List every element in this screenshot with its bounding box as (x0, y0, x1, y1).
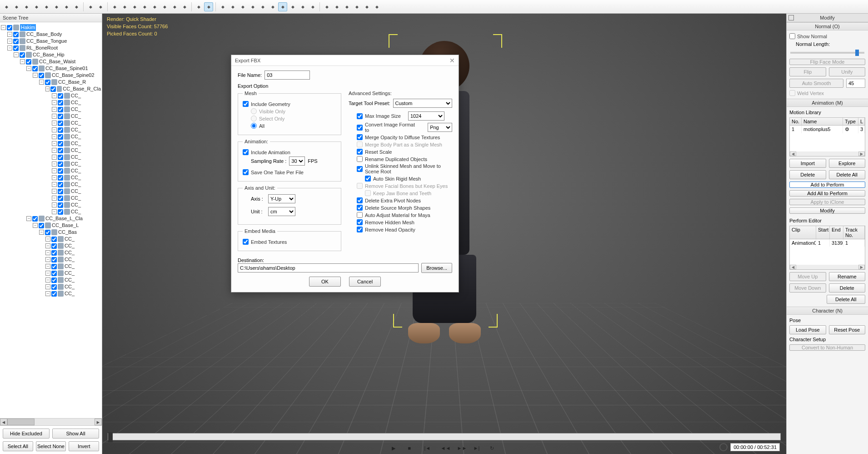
tree-node[interactable]: −CC_Base_Hip (1, 51, 101, 58)
wrench-icon[interactable]: ◆ (332, 2, 341, 11)
import1-icon[interactable]: ◆ (32, 2, 41, 11)
show-all-button[interactable]: Show All (52, 429, 99, 439)
tree-node[interactable]: −CC_Base_L_Cla (1, 215, 101, 222)
include-animation-checkbox[interactable]: Include Animation (243, 149, 336, 155)
character-section-header[interactable]: Character (N) (787, 307, 868, 315)
open-icon[interactable]: ◆ (12, 2, 21, 11)
filename-input[interactable] (264, 71, 310, 80)
tree-node[interactable]: −CC_ (1, 270, 101, 277)
museum-icon[interactable]: ◆ (308, 2, 317, 11)
tree-node[interactable]: −CC_ (1, 113, 101, 120)
down-icon[interactable]: ◆ (120, 2, 129, 11)
normal-length-slider[interactable] (790, 52, 864, 54)
redo-icon[interactable]: ◆ (96, 2, 105, 11)
perform-editor-table[interactable]: ClipStartEndTrack No. Animation03131391 … (789, 226, 865, 270)
delete-button[interactable]: Delete (789, 170, 826, 179)
close-icon[interactable]: ✕ (449, 57, 455, 64)
max-image-select[interactable]: 1024 (408, 111, 444, 121)
import3-icon[interactable]: ◆ (52, 2, 61, 11)
tree-node[interactable]: −CC_ (1, 277, 101, 283)
weld-vertex-checkbox[interactable]: Weld Vertex (789, 90, 865, 96)
tree-node[interactable]: −RL_BoneRoot (1, 45, 101, 51)
prev-frame-icon[interactable]: |◄ (424, 445, 432, 453)
tree-node[interactable]: −CC_ (1, 161, 101, 167)
cancel-button[interactable]: Cancel (349, 277, 381, 287)
bone-a-icon[interactable]: ◆ (218, 2, 227, 11)
tree-node[interactable]: −CC_ (1, 133, 101, 140)
delete-all-button[interactable]: Delete All (829, 170, 866, 179)
max-image-checkbox[interactable]: Max Image Size 1024 (357, 111, 452, 121)
remove-hidden-checkbox[interactable]: Remove Hidden Mesh (357, 219, 452, 225)
tree-node[interactable]: −CC_ (1, 174, 101, 181)
tree-node[interactable]: −CC_ (1, 181, 101, 188)
refresh-icon[interactable]: ◆ (170, 2, 179, 11)
tree-node[interactable]: −CC_Base_Tongue (1, 38, 101, 45)
select-rect-icon[interactable]: ◆ (180, 2, 189, 11)
stop-icon[interactable]: ■ (408, 445, 415, 453)
undo-icon[interactable]: ◆ (86, 2, 95, 11)
scroll-left-icon[interactable]: ◄ (0, 419, 7, 425)
add-all-perform-button[interactable]: Add All to Perform (789, 190, 865, 197)
tree-node[interactable]: −CC_ (1, 106, 101, 113)
home-icon[interactable]: ◆ (110, 2, 119, 11)
merge-opacity-checkbox[interactable]: Merge Opacity to Diffuse Textures (357, 134, 452, 140)
tree-icon[interactable]: ◆ (2, 2, 11, 11)
collapse-icon[interactable] (788, 15, 794, 20)
embed-textures-checkbox[interactable]: Embed Textures (243, 239, 336, 245)
scale-icon[interactable]: ◆ (150, 2, 159, 11)
move-icon[interactable]: ◆ (130, 2, 139, 11)
transform-icon[interactable]: ◆ (160, 2, 169, 11)
light-icon[interactable]: ◆ (288, 2, 297, 11)
loop-icon[interactable]: ↻ (490, 445, 497, 453)
playhead[interactable] (108, 432, 113, 442)
sun-icon[interactable]: ◆ (298, 2, 307, 11)
tree-node[interactable]: −CC_ (1, 126, 101, 133)
nav-icon[interactable]: ◆ (278, 2, 287, 11)
skel-icon[interactable]: ◆ (258, 2, 267, 11)
delete-morph-checkbox[interactable]: Delete Source Morph Shapes (357, 205, 452, 211)
import2-icon[interactable]: ◆ (42, 2, 51, 11)
normal-section-header[interactable]: Normal (O) (787, 22, 868, 30)
target-preset-select[interactable]: Custom (393, 99, 452, 108)
play-icon[interactable]: ▶ (392, 445, 399, 453)
rewind-icon[interactable]: ◄◄ (441, 445, 448, 453)
rotate-icon[interactable]: ◆ (140, 2, 149, 11)
scroll-right-icon[interactable]: ► (95, 419, 102, 425)
destination-input[interactable] (238, 263, 419, 272)
tree-node[interactable]: −CC_ (1, 263, 101, 270)
delete-pivot-checkbox[interactable]: Delete Extra Pivot Nodes (357, 197, 452, 203)
tree-node[interactable]: −CC_ (1, 92, 101, 99)
export-icon[interactable]: ◆ (62, 2, 71, 11)
tree-node[interactable]: −CC_ (1, 256, 101, 263)
tree-node[interactable]: −CC_Base_Spine02 (1, 72, 101, 79)
modify-button[interactable]: Modify (789, 207, 865, 214)
tree-node[interactable]: −CC_ (1, 202, 101, 208)
show-normal-checkbox[interactable]: Show Normal (789, 33, 865, 39)
save-one-take-checkbox[interactable]: Save One Take Per File (243, 169, 336, 175)
joint-icon[interactable]: ◆ (248, 2, 257, 11)
cart-icon[interactable]: ◆ (372, 2, 381, 11)
add-to-perform-button[interactable]: Add to Perform (789, 182, 865, 188)
convert-img-select[interactable]: Png (428, 123, 452, 132)
include-geometry-checkbox[interactable]: Include Geometry (243, 101, 336, 107)
scroll-thumb[interactable] (7, 419, 35, 425)
tree-node[interactable]: −CC_ (1, 242, 101, 249)
tree-node[interactable]: −CC_ (1, 283, 101, 290)
remove-head-opacity-checkbox[interactable]: Remove Head Opacity (357, 227, 452, 232)
bone-b-icon[interactable]: ◆ (228, 2, 237, 11)
axis-icon[interactable]: ◆ (238, 2, 247, 11)
tree-node[interactable]: −CC_ (1, 154, 101, 161)
forward-icon[interactable]: ►► (457, 445, 464, 453)
tree-node[interactable]: −CC_Bas (1, 229, 101, 236)
tree-node[interactable]: −CC_ (1, 140, 101, 147)
auto-adjust-checkbox[interactable]: Auto Adjust Material for Maya (357, 212, 452, 218)
explore-button[interactable]: Explore (829, 159, 866, 168)
next-frame-icon[interactable]: ►| (474, 445, 481, 453)
invert-button[interactable]: Invert (69, 441, 99, 451)
tree-node[interactable]: −CC_Base_Waist (1, 58, 101, 65)
dialog-titlebar[interactable]: Export FBX ✕ (231, 55, 459, 66)
tree-node[interactable]: −CC_Base_R_Cla (1, 86, 101, 92)
sampling-rate-select[interactable]: 30 (289, 156, 305, 166)
axis-select[interactable]: Y-Up (268, 194, 295, 203)
tree-node[interactable]: −CC_ (1, 290, 101, 297)
